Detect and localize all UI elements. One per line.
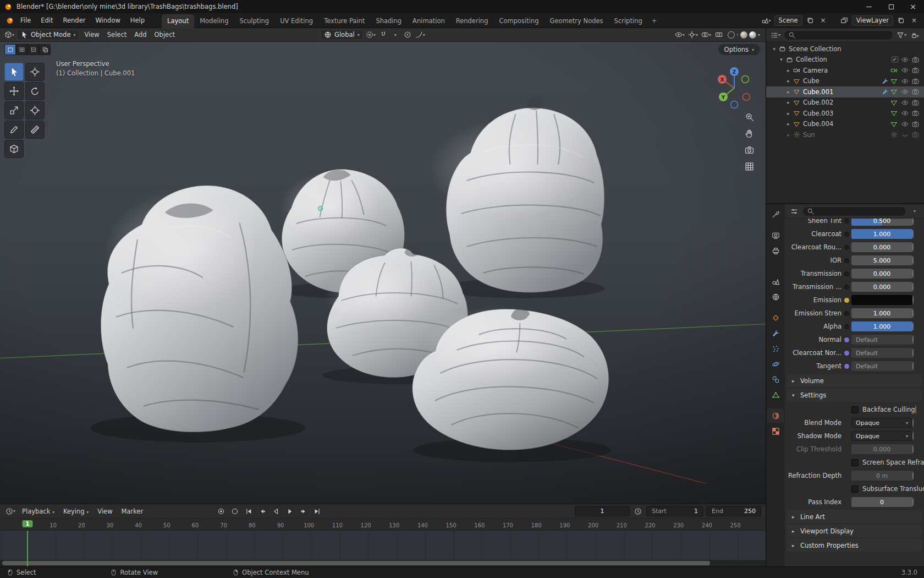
tool-select-box[interactable] (4, 63, 24, 81)
playhead-frame-label[interactable]: 1 (23, 520, 33, 527)
properties-tab-scene[interactable] (767, 274, 784, 288)
add-workspace-button[interactable]: + (648, 14, 661, 28)
disable-in-renders-toggle[interactable] (910, 56, 921, 63)
scene-field[interactable]: Scene (774, 15, 802, 26)
decorator-dot[interactable] (915, 405, 916, 414)
slider-clearcoat-rou[interactable]: 0.000 (851, 242, 912, 252)
hide-in-viewport-toggle[interactable] (900, 67, 910, 74)
decorator-dot[interactable] (912, 498, 914, 506)
hide-in-viewport-toggle[interactable] (900, 131, 910, 138)
decorator-dot[interactable] (912, 322, 914, 331)
properties-search-input[interactable] (802, 206, 906, 216)
tool-add-cube[interactable] (4, 140, 24, 158)
tool-transform[interactable] (25, 101, 45, 119)
decorator-dot[interactable] (912, 348, 914, 357)
tab-rendering[interactable]: Rendering (450, 14, 494, 28)
disable-in-renders-toggle[interactable] (910, 88, 921, 95)
menu-render[interactable]: Render (58, 14, 91, 26)
visibility-dropdown[interactable]: ▾ (674, 30, 686, 40)
tab-sculpting[interactable]: Sculpting (234, 14, 274, 28)
new-collection-button[interactable] (910, 30, 921, 40)
editor-type-button[interactable]: ▾ (3, 30, 15, 40)
snap-options-button[interactable]: ▾ (390, 30, 401, 40)
shading-rendered-button[interactable] (749, 31, 756, 39)
disclosure-icon[interactable]: ▸ (785, 68, 792, 73)
section-custom-properties[interactable]: ▸Custom Properties (787, 539, 922, 552)
axis-neg-x-ball[interactable] (743, 94, 750, 101)
hide-in-viewport-toggle[interactable] (900, 99, 910, 106)
menu-window[interactable]: Window (90, 14, 125, 26)
tab-animation[interactable]: Animation (407, 14, 450, 28)
slider-sheen-tint[interactable]: 0.500 (851, 219, 912, 226)
menu-edit[interactable]: Edit (36, 14, 58, 26)
falloff-button[interactable]: ▾ (414, 30, 426, 40)
properties-tab-render[interactable] (767, 228, 784, 242)
frame-end-field[interactable]: End250 (706, 506, 761, 516)
viewport-menu-object[interactable]: Object (151, 29, 179, 40)
outliner-row-cube-001[interactable]: ▸Cube.001 (766, 86, 924, 97)
properties-tab-physics[interactable] (767, 357, 784, 371)
show-overlays-button[interactable]: ▾ (700, 30, 712, 40)
properties-tab-world[interactable] (767, 290, 784, 304)
disclosure-icon[interactable]: ▾ (778, 57, 785, 62)
hide-in-viewport-toggle[interactable] (900, 88, 910, 95)
outliner-search-input[interactable] (784, 30, 893, 40)
outliner-row-cube-003[interactable]: ▸Cube.003 (766, 108, 924, 119)
new-scene-button[interactable] (805, 15, 816, 26)
trash-bag-top-right[interactable] (428, 96, 604, 293)
next-keyframe-button[interactable] (297, 506, 310, 517)
menu-help[interactable]: Help (125, 14, 150, 26)
toggle-camera-button[interactable] (745, 145, 754, 155)
decorator-dot[interactable] (912, 296, 914, 304)
timeline-menu-marker[interactable]: Marker (117, 506, 148, 517)
disable-in-renders-toggle[interactable] (910, 78, 921, 85)
section-volume[interactable]: ▸Volume (787, 374, 922, 387)
properties-options-button[interactable]: ▾ (909, 206, 920, 216)
tab-modeling[interactable]: Modeling (194, 14, 234, 28)
timeline-scroll-thumb[interactable] (2, 561, 710, 565)
properties-tab-view-layer[interactable] (767, 259, 784, 273)
mode-selector[interactable]: Object Mode▾ (16, 30, 79, 40)
tool-annotate[interactable] (4, 121, 24, 139)
properties-tab-modifiers[interactable] (767, 326, 784, 340)
disclosure-icon[interactable]: ▸ (785, 111, 792, 116)
properties-tab-output[interactable] (767, 243, 784, 258)
playhead[interactable] (27, 531, 28, 566)
timeline-tracks[interactable] (0, 531, 766, 560)
disable-in-renders-toggle[interactable] (910, 121, 921, 128)
pivot-point-button[interactable]: ▾ (365, 30, 377, 40)
menu-file[interactable]: File (15, 14, 36, 26)
pan-hand-button[interactable] (745, 129, 754, 138)
viewport-menu-view[interactable]: View (80, 29, 103, 40)
timeline-scrollbar[interactable] (0, 560, 766, 566)
slider-alpha[interactable]: 1.000 (851, 321, 912, 331)
section-line-art[interactable]: ▸Line Art (787, 510, 922, 523)
trash-bag-left[interactable] (101, 186, 298, 432)
input-tangent[interactable]: Default (851, 361, 912, 371)
shading-wireframe-button[interactable] (728, 31, 735, 39)
decorator-dot[interactable] (912, 230, 914, 238)
blender-menu-button[interactable] (4, 15, 15, 26)
tab-texture-paint[interactable]: Texture Paint (318, 14, 370, 28)
timeline-ruler[interactable]: 1020304050607080901001101201301401501601… (0, 519, 766, 531)
tab-compositing[interactable]: Compositing (493, 14, 544, 28)
decorator-dot[interactable] (912, 309, 914, 318)
slider-emission-stren[interactable]: 1.000 (851, 308, 912, 318)
properties-tab-data[interactable] (767, 388, 784, 402)
color-emission[interactable] (851, 295, 912, 305)
select-mode-intersect[interactable] (39, 44, 51, 55)
hide-in-viewport-toggle[interactable] (900, 78, 910, 85)
timeline-menu-view[interactable]: View (93, 506, 117, 517)
xray-toggle[interactable] (713, 30, 724, 40)
hide-in-viewport-toggle[interactable] (900, 56, 910, 63)
decorator-dot[interactable] (912, 335, 914, 344)
checkbox-subsurface-transluce[interactable] (851, 486, 859, 493)
snap-magnet-button[interactable] (378, 30, 389, 40)
browse-viewlayer-button[interactable] (839, 15, 850, 26)
properties-tab-tool[interactable] (767, 207, 784, 221)
outliner-row-cube-002[interactable]: ▸Cube.002 (766, 97, 924, 108)
browse-scene-button[interactable]: ▾ (760, 15, 772, 26)
tool-rotate[interactable] (25, 82, 45, 100)
unlink-scene-button[interactable]: × (818, 15, 829, 26)
decorator-dot[interactable] (912, 256, 914, 265)
